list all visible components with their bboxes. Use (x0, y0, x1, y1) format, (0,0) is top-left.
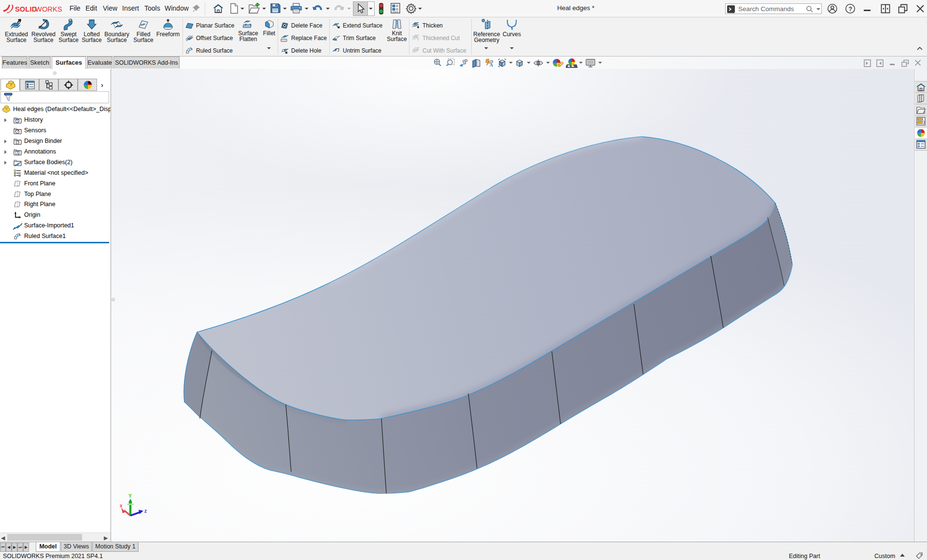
svg-text:A: A (16, 151, 19, 155)
svg-text:WORKS: WORKS (35, 5, 62, 13)
svg-text:x: x (120, 503, 123, 508)
svg-text:Y: Y (128, 493, 132, 499)
svg-text:A: A (490, 62, 493, 68)
svg-text:?: ? (849, 6, 853, 13)
svg-text:z: z (144, 508, 147, 514)
svg-text:SOLID: SOLID (15, 5, 37, 13)
